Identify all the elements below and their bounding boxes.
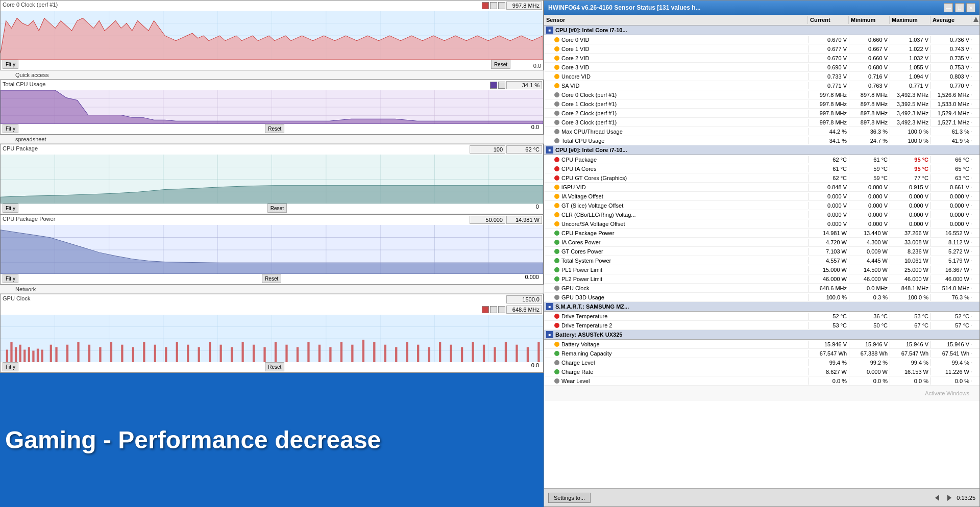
row-pl2-power: PL2 Power Limit 46.000 W 46.000 W 46.000… bbox=[544, 274, 979, 284]
file-nav-label3: Network bbox=[15, 286, 36, 292]
graph-core0-clock: Core 0 Clock (perf #1) 997.8 MHz bbox=[0, 0, 544, 70]
close-btn[interactable]: ✕ bbox=[966, 3, 975, 12]
group-header-cpu2[interactable]: ■ CPU [#0]: Intel Core i7-10... bbox=[544, 145, 979, 155]
svg-rect-69 bbox=[32, 350, 34, 362]
sensor-icon-pl2 bbox=[554, 276, 559, 282]
graph3-reset-btn[interactable]: Reset bbox=[267, 204, 287, 213]
row-core1-clock: Core 1 Clock (perf #1) 997.8 MHz 897.8 M… bbox=[544, 99, 979, 109]
graph2-color-box2[interactable] bbox=[498, 82, 505, 89]
svg-rect-106 bbox=[417, 345, 419, 362]
svg-rect-91 bbox=[253, 345, 255, 362]
forward-icon[interactable] bbox=[944, 493, 954, 503]
svg-rect-83 bbox=[165, 347, 167, 362]
sensor-icon-total-power bbox=[554, 258, 559, 263]
graph5-color-box3[interactable] bbox=[498, 306, 505, 313]
sort-icon bbox=[973, 17, 978, 22]
group-label-smart: S.M.A.R.T.: SAMSUNG MZ... bbox=[555, 303, 629, 310]
svg-rect-73 bbox=[55, 347, 57, 362]
row-sa-vid: SA VID 0.771 V 0.763 V 0.771 V 0.770 V bbox=[544, 81, 979, 90]
svg-rect-70 bbox=[37, 349, 39, 362]
group-label-battery: Battery: ASUSTeK UX325 bbox=[555, 332, 622, 338]
svg-rect-111 bbox=[472, 342, 474, 362]
svg-rect-96 bbox=[307, 342, 309, 362]
svg-rect-113 bbox=[494, 347, 496, 362]
sensor-icon-core3-clock bbox=[554, 120, 559, 125]
group-header-cpu1[interactable]: ■ CPU [#0]: Intel Core i7-10... bbox=[544, 26, 979, 35]
row-uncore-vid: Uncore VID 0.733 V 0.716 V 1.094 V 0.803… bbox=[544, 72, 979, 81]
graph5-fit-btn[interactable]: Fit y bbox=[3, 362, 18, 371]
sensor-label-core0-vid: Core 0 VID bbox=[561, 37, 589, 43]
sensor-icon-gt-power bbox=[554, 249, 559, 254]
graph-cpu-power: CPU Package Power 50.000 14.981 W bbox=[0, 214, 544, 285]
svg-rect-108 bbox=[439, 342, 441, 362]
sensor-min-core0-vid: 0.660 V bbox=[849, 36, 890, 43]
svg-marker-118 bbox=[973, 17, 978, 22]
graph4-reset-btn[interactable]: Reset bbox=[262, 274, 281, 283]
row-remaining-capacity: Remaining Capacity 67.547 Wh 67.388 Wh 6… bbox=[544, 349, 979, 358]
file-nav-item1: Quick access bbox=[0, 70, 544, 80]
sensor-scroll-core0-vid bbox=[971, 39, 979, 40]
graph3-fit-btn[interactable]: Fit y bbox=[3, 204, 18, 213]
group-icon-cpu2: ■ bbox=[546, 146, 553, 154]
graph3-controls: 100 62 °C bbox=[470, 145, 542, 154]
footer-right: 0:13:25 bbox=[932, 493, 975, 503]
svg-rect-78 bbox=[110, 342, 112, 362]
sensor-icon-drive-temp1 bbox=[554, 314, 559, 319]
graph4-fit-btn[interactable]: Fit y bbox=[3, 274, 18, 283]
graph2-reset-btn[interactable]: Reset bbox=[265, 124, 284, 133]
svg-rect-89 bbox=[231, 347, 233, 362]
bottom-text: Gaming - Performance decrease bbox=[5, 426, 381, 454]
group-icon-smart: ■ bbox=[546, 303, 553, 310]
graph1-top-value: 997.8 MHz bbox=[506, 2, 542, 10]
graph1-fit-btn[interactable]: Fit y bbox=[3, 60, 18, 69]
col-average: Average bbox=[930, 16, 971, 24]
bottom-bar: Gaming - Performance decrease bbox=[0, 373, 544, 507]
sensor-icon-wear-level bbox=[554, 378, 559, 384]
row-total-sys-power: Total System Power 4.557 W 4.445 W 10.06… bbox=[544, 256, 979, 265]
sensor-icon-total-cpu bbox=[554, 138, 559, 143]
row-core3-clock: Core 3 Clock (perf #1) 997.8 MHz 897.8 M… bbox=[544, 118, 979, 127]
hwinfo-footer: Settings to... 0:13:25 bbox=[544, 488, 979, 506]
group-header-battery[interactable]: ■ Battery: ASUSTeK UX325 bbox=[544, 330, 979, 340]
graph2-canvas bbox=[1, 90, 543, 124]
minimize-btn[interactable]: — bbox=[944, 3, 953, 12]
graph5-color-box2[interactable] bbox=[490, 306, 497, 313]
row-pl1-power: PL1 Power Limit 15.000 W 14.500 W 25.000… bbox=[544, 265, 979, 274]
svg-rect-66 bbox=[19, 345, 21, 362]
graph-cpu-usage: Total CPU Usage 34.1 % bbox=[0, 80, 544, 135]
row-charge-rate: Charge Rate 8.627 W 0.000 W 16.153 W 11.… bbox=[544, 367, 979, 376]
sensor-icon-core1-vid bbox=[554, 46, 559, 52]
graph2-color-box[interactable] bbox=[490, 82, 497, 89]
sensor-current-core1-vid: 0.677 V bbox=[808, 45, 849, 53]
sensor-icon-remaining-cap bbox=[554, 351, 559, 356]
graph1-reset-btn[interactable]: Reset bbox=[491, 60, 510, 69]
graph3-bottom-value: 0 bbox=[536, 204, 539, 213]
graph3-title: CPU Package bbox=[3, 145, 38, 151]
svg-rect-110 bbox=[461, 347, 463, 362]
graph2-fit-btn[interactable]: Fit y bbox=[3, 124, 18, 133]
sensor-icon-cpu-gt bbox=[554, 175, 559, 181]
maximize-btn[interactable]: □ bbox=[955, 3, 964, 12]
graph5-color-red[interactable] bbox=[482, 306, 489, 313]
svg-rect-85 bbox=[187, 345, 189, 362]
settings-btn[interactable]: Settings to... bbox=[548, 493, 591, 503]
hwinfo-body[interactable]: ■ CPU [#0]: Intel Core i7-10... Core 0 V… bbox=[544, 26, 979, 488]
graph5-top-value: 1500.0 bbox=[506, 295, 542, 303]
graph1-color-box2[interactable] bbox=[490, 2, 497, 9]
sensor-icon-cpu-pkg-power bbox=[554, 231, 559, 236]
svg-rect-103 bbox=[384, 345, 386, 362]
svg-rect-98 bbox=[329, 347, 331, 362]
graph1-color-box3[interactable] bbox=[498, 2, 505, 9]
graph1-color-box[interactable] bbox=[482, 2, 489, 9]
row-wear-level: Wear Level 0.0 % 0.0 % 0.0 % 0.0 % bbox=[544, 376, 979, 386]
graph5-controls: 1500.0 bbox=[506, 295, 542, 303]
sensor-avg-core0-vid: 0.736 V bbox=[930, 36, 971, 43]
svg-rect-82 bbox=[154, 345, 156, 362]
group-icon-battery: ■ bbox=[546, 331, 553, 338]
graph5-reset-btn[interactable]: Reset bbox=[265, 362, 284, 371]
svg-marker-37 bbox=[1, 186, 543, 204]
graph3-top-value: 100 bbox=[470, 145, 505, 154]
sensor-icon-max-cpu bbox=[554, 129, 559, 134]
back-icon[interactable] bbox=[932, 493, 942, 503]
group-header-smart[interactable]: ■ S.M.A.R.T.: SAMSUNG MZ... bbox=[544, 302, 979, 312]
